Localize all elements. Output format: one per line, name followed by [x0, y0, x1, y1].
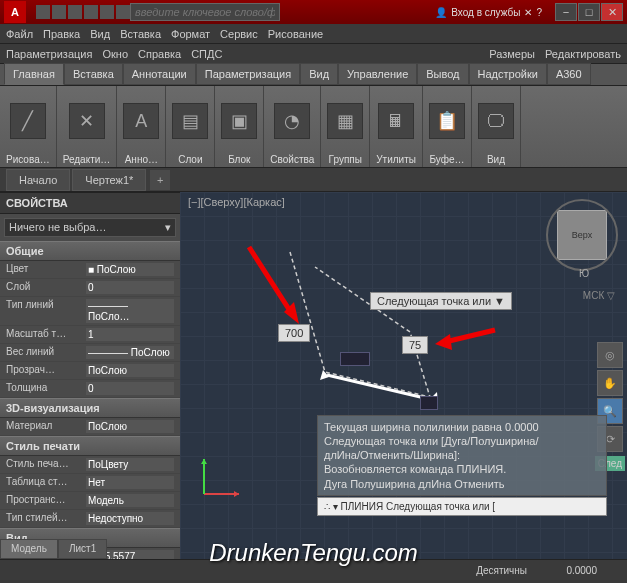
app-logo[interactable]: A [4, 1, 26, 23]
panel-label: Слои [178, 154, 202, 165]
osnap-marker [420, 396, 438, 410]
menu-draw[interactable]: Рисование [268, 28, 323, 40]
cmd-history-line: Текущая ширина полилинии равна 0.0000 [324, 420, 600, 434]
prop-value[interactable]: ———— ПоСлою [86, 346, 174, 359]
panel-icon[interactable]: A [123, 103, 159, 139]
menu-view[interactable]: Вид [90, 28, 110, 40]
tab-addins[interactable]: Надстройки [469, 63, 547, 85]
qat-icon[interactable] [100, 5, 114, 19]
layout-tabs: Модель Лист1 [0, 539, 107, 559]
tab-manage[interactable]: Управление [338, 63, 417, 85]
props-row[interactable]: Толщина0 [0, 380, 180, 398]
props-row[interactable]: Тип линий———— ПоСло… [0, 297, 180, 326]
prop-value[interactable]: ПоСлою [86, 420, 174, 433]
menu-modify[interactable]: Редактировать [545, 48, 621, 60]
panel-icon[interactable]: 🖵 [478, 103, 514, 139]
props-row[interactable]: Стиль печа…ПоЦвету [0, 456, 180, 474]
props-row[interactable]: Цвет■ ПоСлою [0, 261, 180, 279]
tab-drawing[interactable]: Чертеж1* [72, 169, 146, 191]
panel-icon[interactable]: ▦ [327, 103, 363, 139]
help-icon[interactable]: ? [536, 7, 542, 18]
props-row[interactable]: Тип стилей…Недоступно [0, 510, 180, 528]
status-units[interactable]: Десятичны [476, 565, 527, 576]
dim-input-2[interactable]: 75 [402, 336, 428, 354]
props-row[interactable]: Прозрач…ПоСлою [0, 362, 180, 380]
tab-annotate[interactable]: Аннотации [123, 63, 196, 85]
qat-icon[interactable] [84, 5, 98, 19]
ribbon-panel: AАнно… [117, 86, 166, 167]
props-category[interactable]: Общие [0, 241, 180, 261]
selection-dropdown[interactable]: Ничего не выбра…▾ [4, 218, 176, 237]
search-input[interactable] [130, 3, 280, 21]
prop-value[interactable]: 1 [86, 328, 174, 341]
svg-line-2 [249, 247, 292, 314]
tab-insert[interactable]: Вставка [64, 63, 123, 85]
panel-icon[interactable]: ▣ [221, 103, 257, 139]
tab-output[interactable]: Вывод [417, 63, 468, 85]
prop-key: Цвет [6, 263, 86, 276]
sign-in-link[interactable]: Вход в службы [451, 7, 520, 18]
qat-icon[interactable] [52, 5, 66, 19]
dim-input-1[interactable]: 700 [278, 324, 310, 342]
panel-icon[interactable]: 🖩 [378, 103, 414, 139]
props-category[interactable]: 3D-визуализация [0, 398, 180, 418]
menu-dims[interactable]: Размеры [489, 48, 535, 60]
prop-value[interactable]: ■ ПоСлою [86, 263, 174, 276]
menu-param[interactable]: Параметризация [6, 48, 92, 60]
panel-icon[interactable]: ✕ [69, 103, 105, 139]
props-category[interactable]: Стиль печати [0, 436, 180, 456]
menu-spds[interactable]: СПДС [191, 48, 222, 60]
exchange-icon[interactable]: ✕ [524, 7, 532, 18]
props-row[interactable]: Слой0 [0, 279, 180, 297]
prop-value[interactable]: Модель [86, 494, 174, 507]
panel-icon[interactable]: ◔ [274, 103, 310, 139]
cmd-history-line: Следующая точка или [Дуга/Полуширина/ [324, 434, 600, 448]
props-row[interactable]: Пространс…Модель [0, 492, 180, 510]
props-row[interactable]: МатериалПоСлою [0, 418, 180, 436]
drawing-canvas[interactable]: [−][Сверху][Каркас] Верх Ю МСК ▽ ◎ ✋ 🔍 ⟳… [180, 192, 627, 562]
prop-key: Слой [6, 281, 86, 294]
ribbon: ╱Рисова…✕Редакти…AАнно…▤Слои▣Блок◔Свойст… [0, 86, 627, 168]
panel-icon[interactable]: ╱ [10, 103, 46, 139]
menu-window[interactable]: Окно [102, 48, 128, 60]
props-row[interactable]: Вес линий———— ПоСлою [0, 344, 180, 362]
panel-label: Анно… [125, 154, 158, 165]
menu-file[interactable]: Файл [6, 28, 33, 40]
prop-value[interactable]: 0 [86, 382, 174, 395]
qat-icon[interactable] [68, 5, 82, 19]
prop-value[interactable]: ———— ПоСло… [86, 299, 174, 323]
qat-icon[interactable] [116, 5, 130, 19]
tab-start[interactable]: Начало [6, 169, 70, 191]
ribbon-panel: 🖩Утилиты [370, 86, 423, 167]
close-button[interactable]: ✕ [601, 3, 623, 21]
qat-icon[interactable] [36, 5, 50, 19]
sign-in-icon[interactable]: 👤 [435, 7, 447, 18]
menu-help[interactable]: Справка [138, 48, 181, 60]
tab-param[interactable]: Параметризация [196, 63, 300, 85]
command-line[interactable]: ∴ ▾ ПЛИНИЯ Следующая точка или [ [317, 497, 607, 516]
new-tab-button[interactable]: + [150, 170, 170, 190]
panel-label: Буфе… [429, 154, 464, 165]
props-row[interactable]: Масштаб т…1 [0, 326, 180, 344]
menu-insert[interactable]: Вставка [120, 28, 161, 40]
prop-value[interactable]: Нет [86, 476, 174, 489]
ucs-icon[interactable] [194, 454, 244, 504]
tab-home[interactable]: Главная [4, 63, 64, 85]
prop-value[interactable]: 0 [86, 281, 174, 294]
maximize-button[interactable]: □ [578, 3, 600, 21]
prop-value[interactable]: ПоСлою [86, 364, 174, 377]
menu-edit[interactable]: Правка [43, 28, 80, 40]
panel-icon[interactable]: 📋 [429, 103, 465, 139]
minimize-button[interactable]: − [555, 3, 577, 21]
menu-tools[interactable]: Сервис [220, 28, 258, 40]
tab-layout1[interactable]: Лист1 [58, 539, 107, 559]
prop-value[interactable]: ПоЦвету [86, 458, 174, 471]
tab-model[interactable]: Модель [0, 539, 58, 559]
props-row[interactable]: Таблица ст…Нет [0, 474, 180, 492]
prop-value[interactable]: Недоступно [86, 512, 174, 525]
tab-a360[interactable]: A360 [547, 63, 591, 85]
panel-icon[interactable]: ▤ [172, 103, 208, 139]
properties-title: СВОЙСТВА [0, 193, 180, 214]
menu-format[interactable]: Формат [171, 28, 210, 40]
tab-view[interactable]: Вид [300, 63, 338, 85]
